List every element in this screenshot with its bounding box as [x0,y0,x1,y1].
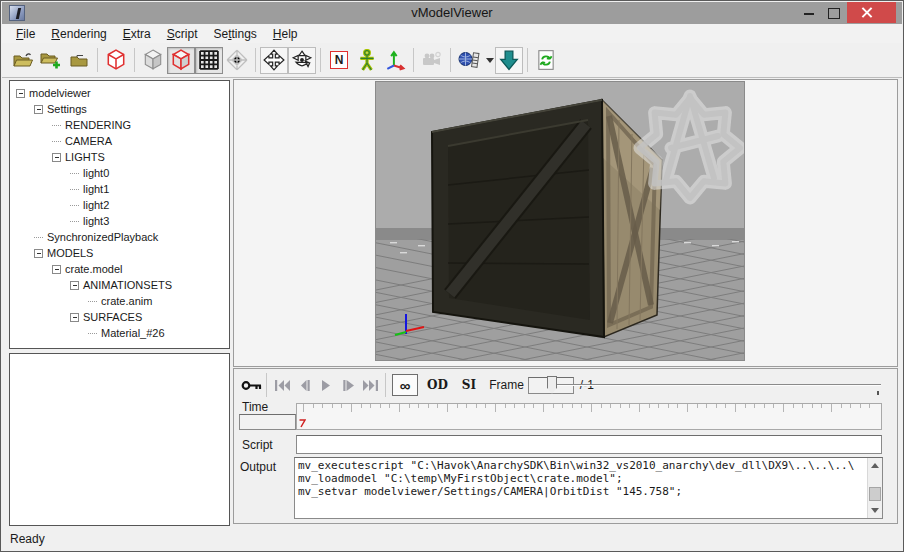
ruler-tick [389,404,390,408]
tree-item-modelviewer[interactable]: modelviewer [29,87,91,99]
tree-row[interactable]: LIGHTS [10,149,229,165]
play-button[interactable] [315,374,337,396]
tree-item-settings[interactable]: Settings [47,103,87,115]
tree-expander-icon[interactable] [34,249,43,258]
time-label: Time [242,400,268,414]
tree-row[interactable]: light0 [10,165,229,181]
key-button[interactable] [240,374,262,396]
skip-start-button[interactable] [271,374,293,396]
tree-item-crate-model[interactable]: crate.model [65,263,122,275]
tree-item-models[interactable]: MODELS [47,247,93,259]
menu-script[interactable]: Script [159,25,206,43]
properties-panel[interactable] [9,353,230,526]
chevron-down-icon[interactable] [486,58,494,63]
tree-expander-icon[interactable] [52,265,61,274]
tree-row[interactable]: crate.model [10,261,229,277]
tree-item-material-26[interactable]: Material_#26 [101,327,165,339]
tree-row[interactable]: Material_#26 [10,325,229,341]
skip-end-button[interactable] [359,374,381,396]
open-model-button[interactable] [9,47,37,74]
tree-item-animationsets[interactable]: ANIMATIONSETS [83,279,172,291]
tree-item-light0[interactable]: light0 [83,167,109,179]
tree-row[interactable]: SURFACES [10,309,229,325]
run-script-button[interactable] [455,47,495,74]
output-console[interactable]: mv_executescript "C:\Havok\AnarchySDK\Bi… [294,457,883,519]
tree-row[interactable]: modelviewer [10,85,229,101]
toolbar-separator [255,48,256,72]
wireframe-toggle-button[interactable] [102,47,130,74]
viewport-3d[interactable] [375,81,745,361]
scroll-up-arrow-icon[interactable] [871,463,879,468]
orbit-mode-button[interactable] [288,47,316,74]
time-ruler[interactable] [296,403,882,430]
tree-item-crate-anim[interactable]: crate.anim [101,295,152,307]
tree-item-lights[interactable]: LIGHTS [65,151,105,163]
skeleton-toggle-button[interactable] [353,47,381,74]
window-title: vModelViewer [2,5,902,20]
step-forward-button[interactable] [337,374,359,396]
refresh-button[interactable] [532,47,560,74]
tree-row[interactable]: ANIMATIONSETS [10,277,229,293]
time-input[interactable] [239,414,296,430]
od-button[interactable]: OD [420,378,455,392]
loop-toggle-button[interactable]: ∞ [392,374,418,396]
si-button[interactable]: SI [455,378,483,392]
normals-toggle-button[interactable]: N [325,47,353,74]
toolbar-separator [134,48,135,72]
tree-row[interactable]: CAMERA [10,133,229,149]
tree-expander-icon[interactable] [34,105,43,114]
scroll-down-arrow-icon[interactable] [871,508,879,513]
grid-off-button[interactable] [223,47,251,74]
textured-shading-button[interactable] [167,47,195,74]
frame-slider-track[interactable] [547,384,881,386]
tree-expander-icon[interactable] [16,89,25,98]
tree-row[interactable]: SynchronizedPlayback [10,229,229,245]
scene-tree-panel[interactable]: modelviewerSettingsRENDERINGCAMERALIGHTS… [9,80,230,349]
tree-expander-icon[interactable] [70,281,79,290]
frame-slider[interactable] [547,375,881,397]
tree-row[interactable]: light1 [10,181,229,197]
download-button[interactable] [495,47,523,74]
maximize-button[interactable] [822,2,844,23]
script-input[interactable] [296,435,882,454]
tree-item-camera[interactable]: CAMERA [65,135,112,147]
viewport-canvas[interactable] [376,82,744,360]
tree-item-rendering[interactable]: RENDERING [65,119,131,131]
menu-file[interactable]: File [8,25,43,43]
close-button[interactable] [847,2,896,23]
step-back-button[interactable] [293,374,315,396]
tree-item-synchronizedplayback[interactable]: SynchronizedPlayback [47,231,158,243]
tree-item-surfaces[interactable]: SURFACES [83,311,142,323]
output-scrollbar[interactable] [867,458,882,518]
menu-help[interactable]: Help [265,25,306,43]
tree-row[interactable]: Settings [10,101,229,117]
tree-expander-icon[interactable] [52,153,61,162]
tree-item-light3[interactable]: light3 [83,215,109,227]
scrollbar-thumb[interactable] [869,487,881,501]
tree-item-light2[interactable]: light2 [83,199,109,211]
menu-extra[interactable]: Extra [115,25,159,43]
ruler-tick [639,404,640,412]
tree-row[interactable]: RENDERING [10,117,229,133]
close-model-button[interactable] [65,47,93,74]
minimize-button[interactable] [798,2,820,23]
status-bar: Ready [2,528,902,550]
axes-toggle-button[interactable] [381,47,409,74]
add-model-button[interactable] [37,47,65,74]
camera-capture-button[interactable] [418,47,446,74]
tree-connector [88,333,97,334]
tree-expander-icon[interactable] [70,313,79,322]
menu-settings[interactable]: Settings [205,25,264,43]
tree-row[interactable]: light3 [10,213,229,229]
menu-rendering[interactable]: Rendering [43,25,114,43]
grid-toggle-button[interactable] [195,47,223,74]
crate-model[interactable] [432,100,662,337]
tree-row[interactable]: light2 [10,197,229,213]
tree-row[interactable]: crate.anim [10,293,229,309]
title-bar[interactable]: vModelViewer [2,2,902,24]
flat-shading-button[interactable] [139,47,167,74]
tree-row[interactable]: MODELS [10,245,229,261]
frame-slider-thumb[interactable] [547,376,557,394]
tree-item-light1[interactable]: light1 [83,183,109,195]
pan-mode-button[interactable] [260,47,288,74]
